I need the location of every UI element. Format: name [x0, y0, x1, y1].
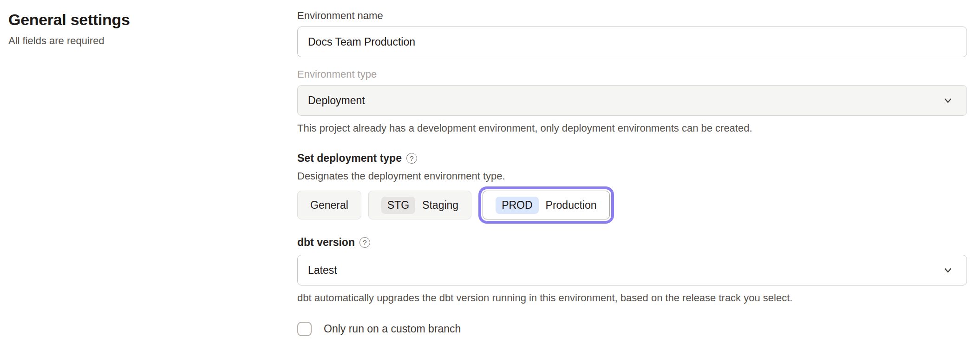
deployment-type-staging-button[interactable]: STG Staging: [368, 191, 471, 219]
environment-name-label: Environment name: [297, 9, 967, 22]
page-title: General settings: [8, 10, 130, 29]
help-icon[interactable]: ?: [406, 153, 417, 164]
dbt-version-label: dbt version ?: [297, 235, 967, 249]
environment-name-input[interactable]: [297, 27, 967, 57]
help-icon[interactable]: ?: [359, 237, 370, 248]
custom-branch-label: Only run on a custom branch: [324, 322, 461, 336]
deployment-type-general-label: General: [310, 199, 348, 212]
settings-header: General settings All fields are required: [8, 10, 130, 47]
chevron-down-icon: [942, 95, 954, 106]
deployment-type-production-label: Production: [546, 199, 597, 212]
deployment-type-staging-label: Staging: [422, 199, 458, 212]
custom-branch-checkbox[interactable]: [297, 322, 312, 336]
dbt-version-helper: dbt automatically upgrades the dbt versi…: [297, 292, 967, 304]
dbt-version-select[interactable]: Latest: [297, 255, 967, 285]
deployment-type-label: Set deployment type ?: [297, 151, 967, 165]
environment-type-label: Environment type: [297, 68, 967, 81]
production-badge: PROD: [496, 197, 538, 214]
deployment-type-general-button[interactable]: General: [297, 191, 361, 219]
deployment-type-options: General STG Staging PROD Production: [297, 191, 967, 219]
chevron-down-icon: [942, 265, 954, 276]
deployment-type-production-button[interactable]: PROD Production: [483, 191, 609, 219]
environment-type-helper: This project already has a development e…: [297, 122, 967, 134]
deployment-type-description: Designates the deployment environment ty…: [297, 170, 967, 182]
environment-type-select: Deployment: [297, 85, 967, 116]
custom-branch-row: Only run on a custom branch: [297, 322, 967, 336]
page-subtitle: All fields are required: [8, 34, 130, 47]
environment-type-value: Deployment: [308, 94, 365, 107]
staging-badge: STG: [381, 197, 415, 214]
dbt-version-value: Latest: [308, 264, 337, 277]
general-settings-form: Environment name Environment type Deploy…: [297, 9, 967, 336]
